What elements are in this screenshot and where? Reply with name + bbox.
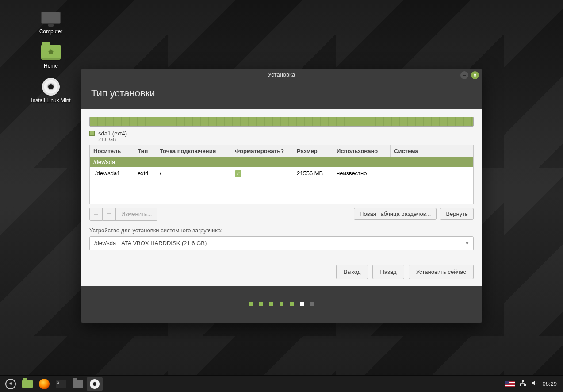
disk-row[interactable]: /dev/sda	[90, 157, 473, 167]
add-partition-button[interactable]: +	[89, 208, 103, 221]
window-title: Установка	[268, 71, 295, 78]
bootloader-label: Устройство для установки системного загр…	[89, 227, 474, 234]
desktop-icon-label: Install Linux Mint	[31, 97, 70, 104]
minimize-icon: –	[463, 72, 466, 78]
partition-table: Носитель Тип Точка подключения Форматиро…	[89, 145, 474, 204]
system-tray: 08:29	[505, 380, 560, 388]
cell-format: ✓	[231, 170, 293, 177]
col-header-system[interactable]: Система	[391, 145, 473, 157]
installer-content: sda1 (ext4) 21.6 GB Носитель Тип Точка п…	[81, 109, 482, 286]
firefox-icon	[39, 379, 50, 389]
minimize-button[interactable]: –	[460, 71, 468, 79]
mint-menu-icon: ⁕	[5, 379, 16, 389]
back-button[interactable]: Назад	[372, 265, 404, 279]
bootloader-device: /dev/sda	[94, 240, 116, 246]
table-spacer	[90, 180, 473, 204]
col-header-used[interactable]: Использовано	[333, 145, 391, 157]
taskbar-installer-entry[interactable]	[87, 377, 103, 391]
pager-dot-current	[300, 302, 304, 306]
cell-type: ext4	[134, 170, 156, 177]
desktop-icon-label: Home	[44, 63, 58, 69]
taskbar: ⁕ $_ 08:29	[0, 375, 563, 392]
pager-dot	[290, 302, 294, 306]
pager-dot	[259, 302, 263, 306]
partition-swatch-icon	[89, 131, 95, 136]
new-partition-table-button[interactable]: Новая таблица разделов...	[354, 208, 437, 220]
col-header-device[interactable]: Носитель	[90, 145, 134, 157]
install-now-button[interactable]: Установить сейчас	[409, 265, 474, 279]
col-header-format[interactable]: Форматировать?	[231, 145, 293, 157]
disc-icon	[90, 379, 100, 389]
wizard-pager	[81, 286, 482, 323]
window-titlebar[interactable]: Установка – ×	[81, 69, 482, 81]
pager-dot	[269, 302, 273, 306]
bootloader-select[interactable]: /dev/sda ATA VBOX HARDDISK (21.6 GB) ▾	[89, 236, 474, 250]
partition-legend: sda1 (ext4)	[89, 130, 474, 137]
close-icon: ×	[473, 72, 476, 78]
col-header-mount[interactable]: Точка подключения	[156, 145, 231, 157]
svg-rect-0	[522, 380, 524, 382]
desktop-icon-home[interactable]: Home	[27, 43, 75, 69]
cell-device: /dev/sda1	[90, 170, 134, 177]
network-indicator[interactable]	[519, 380, 526, 388]
show-desktop-button[interactable]	[19, 377, 35, 391]
col-header-size[interactable]: Размер	[293, 145, 333, 157]
terminal-icon: $_	[56, 380, 66, 388]
bootloader-desc: ATA VBOX HARDDISK (21.6 GB)	[121, 240, 207, 246]
svg-rect-2	[524, 384, 526, 386]
wizard-actions: Выход Назад Установить сейчас	[89, 265, 474, 279]
installer-window: Установка – × Тип установки sda1 (ext4) …	[81, 69, 482, 323]
pager-dot	[280, 302, 283, 306]
folder-icon	[22, 380, 33, 388]
revert-button[interactable]: Вернуть	[440, 208, 474, 220]
filemanager-icon	[73, 380, 83, 388]
disc-icon	[42, 78, 60, 96]
filemanager-launcher[interactable]	[70, 377, 86, 391]
chevron-down-icon: ▾	[466, 240, 469, 246]
close-button[interactable]: ×	[471, 71, 479, 79]
desktop-icon-computer[interactable]: Computer	[27, 9, 75, 35]
table-row[interactable]: /dev/sda1 ext4 / ✓ 21556 MB неизвестно	[90, 167, 473, 180]
cell-mount: /	[156, 170, 231, 177]
desktop-icon-label: Computer	[39, 28, 63, 35]
menu-button[interactable]: ⁕	[3, 377, 19, 391]
computer-icon	[41, 12, 61, 24]
check-icon: ✓	[235, 170, 241, 177]
remove-partition-button[interactable]: −	[103, 208, 116, 221]
volume-indicator[interactable]	[531, 380, 538, 388]
partition-name: sda1 (ext4)	[98, 130, 127, 137]
volume-icon	[531, 380, 538, 387]
col-header-type[interactable]: Тип	[134, 145, 156, 157]
page-heading: Тип установки	[81, 81, 482, 109]
network-icon	[519, 380, 526, 387]
pager-dot	[249, 302, 253, 306]
firefox-launcher[interactable]	[36, 377, 52, 391]
desktop-icon-install[interactable]: Install Linux Mint	[27, 78, 75, 104]
partition-size: 21.6 GB	[98, 137, 474, 142]
desktop-icons: Computer Home Install Linux Mint	[27, 9, 75, 104]
partition-toolbar: + − Изменить... Новая таблица разделов..…	[89, 208, 474, 221]
svg-rect-1	[520, 384, 521, 386]
clock[interactable]: 08:29	[542, 380, 557, 387]
table-header: Носитель Тип Точка подключения Форматиро…	[90, 145, 473, 157]
cell-size: 21556 MB	[293, 170, 333, 177]
change-partition-button[interactable]: Изменить...	[116, 208, 157, 221]
pager-dot	[310, 302, 314, 306]
terminal-launcher[interactable]: $_	[53, 377, 69, 391]
keyboard-layout-indicator[interactable]	[505, 381, 515, 387]
home-folder-icon	[41, 45, 61, 60]
quit-button[interactable]: Выход	[336, 265, 368, 279]
cell-used: неизвестно	[333, 170, 391, 177]
partition-bar[interactable]	[89, 117, 474, 127]
